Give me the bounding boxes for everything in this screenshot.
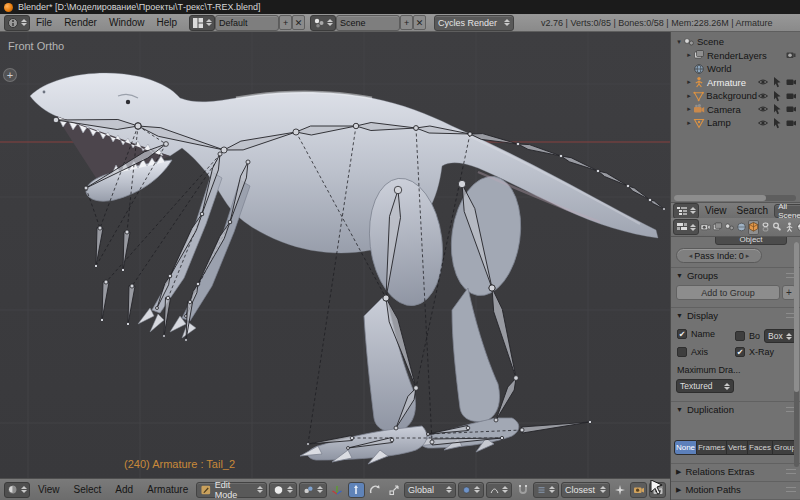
outliner-row-camera[interactable]: ▸ Camera: [675, 103, 800, 117]
snap-peel-button[interactable]: [612, 482, 629, 498]
screen-layout-icon-button[interactable]: [189, 15, 215, 31]
selectability-cursor-icon[interactable]: [771, 76, 783, 88]
outliner-view-menu[interactable]: View: [701, 205, 731, 216]
visibility-eye-icon[interactable]: [757, 103, 769, 115]
panel-grip-icon[interactable]: [786, 487, 796, 492]
screen-layout-field[interactable]: Default: [215, 15, 279, 31]
selectability-cursor-icon[interactable]: [771, 103, 783, 115]
tab-scene[interactable]: [724, 220, 735, 235]
outliner-row-scene[interactable]: ▾ Scene: [675, 35, 800, 49]
outliner-item-label[interactable]: RenderLayers: [707, 50, 767, 61]
outliner-row-armature[interactable]: ▸ Armature: [675, 76, 800, 90]
opengl-render-button[interactable]: [630, 482, 647, 498]
disclosure-triangle-icon[interactable]: ▸: [685, 51, 693, 59]
snap-target-dropdown[interactable]: Closest: [561, 482, 610, 498]
draw-type-dropdown[interactable]: Textured: [676, 379, 734, 393]
scale-manipulator-button[interactable]: [385, 482, 402, 498]
outliner-horizontal-scrollbar[interactable]: [674, 195, 796, 201]
outliner-row-lamp[interactable]: ▸ Lamp: [675, 116, 800, 130]
tab-object[interactable]: [748, 220, 759, 235]
editor-type-selector[interactable]: [4, 15, 30, 31]
manipulator-toggle-button[interactable]: [329, 482, 346, 498]
disclosure-triangle-icon[interactable]: ▸: [685, 105, 693, 113]
relations-extras-panel-header[interactable]: ▶ Relations Extras: [671, 463, 800, 479]
visibility-eye-icon[interactable]: [757, 76, 769, 88]
transform-orientation-dropdown[interactable]: Global: [404, 482, 456, 498]
renderability-camera-icon[interactable]: [785, 103, 797, 115]
tab-material[interactable]: [796, 220, 800, 235]
disclosure-triangle-icon[interactable]: ▾: [675, 38, 683, 46]
visibility-eye-icon[interactable]: [757, 117, 769, 129]
selectability-cursor-icon[interactable]: [771, 117, 783, 129]
disclosure-triangle-icon[interactable]: ▸: [685, 119, 693, 127]
outliner-item-label[interactable]: Camera: [707, 104, 741, 115]
scene-selector-icon-button[interactable]: [310, 15, 336, 31]
outliner-editor-type-button[interactable]: [673, 203, 699, 219]
checkbox-unchecked-icon[interactable]: [677, 347, 687, 357]
select-menu[interactable]: Select: [68, 484, 108, 495]
armature-menu[interactable]: Armature: [141, 484, 194, 495]
menu-window[interactable]: Window: [103, 17, 151, 28]
menu-render[interactable]: Render: [58, 17, 103, 28]
renderability-camera-icon[interactable]: [785, 90, 797, 102]
bounds-type-dropdown[interactable]: Box: [764, 329, 796, 343]
slider-left-arrow-icon[interactable]: ◂: [689, 252, 693, 260]
renderability-camera-icon[interactable]: [785, 76, 797, 88]
tab-render-layers[interactable]: [712, 220, 723, 235]
display-bounds-checkbox-row[interactable]: Bo Box: [735, 329, 796, 343]
slider-right-arrow-icon[interactable]: ▸: [746, 252, 750, 260]
outliner-item-label[interactable]: Background: [706, 90, 757, 101]
render-engine-dropdown[interactable]: Cycles Render: [434, 15, 514, 31]
disclosure-triangle-icon[interactable]: ▸: [685, 78, 693, 86]
outliner-row-renderlayers[interactable]: ▸ RenderLayers: [675, 49, 800, 63]
groups-panel-header[interactable]: ▼ Groups: [671, 267, 800, 283]
visibility-eye-icon[interactable]: [757, 90, 769, 102]
checkbox-checked-icon[interactable]: ✔: [677, 329, 687, 339]
tab-constraints[interactable]: [760, 220, 771, 235]
checkbox-checked-icon[interactable]: ✔: [735, 347, 745, 357]
display-xray-checkbox-row[interactable]: ✔ X-Ray: [735, 347, 774, 357]
disclosure-triangle-icon[interactable]: ▸: [685, 92, 693, 100]
viewport-shading-dropdown[interactable]: [269, 482, 297, 498]
outliner-row-background[interactable]: ▸ Background: [675, 89, 800, 103]
selectability-cursor-icon[interactable]: [771, 90, 783, 102]
snap-element-dropdown[interactable]: [533, 482, 559, 498]
display-axis-checkbox-row[interactable]: Axis: [677, 347, 708, 357]
viewport-3d[interactable]: Front Ortho + (240) Armature : Tail_2: [0, 32, 670, 478]
falloff-dropdown[interactable]: [486, 482, 512, 498]
display-name-checkbox-row[interactable]: ✔ Name: [677, 329, 715, 339]
snap-toggle-button[interactable]: [514, 482, 531, 498]
menu-file[interactable]: File: [30, 17, 58, 28]
render-toggle-icon[interactable]: [785, 49, 797, 61]
duplication-option-none[interactable]: None: [674, 440, 697, 455]
add-to-group-button[interactable]: Add to Group: [676, 285, 780, 300]
tab-modifiers[interactable]: [772, 220, 783, 235]
add-menu[interactable]: Add: [109, 484, 139, 495]
tab-object-data[interactable]: [784, 220, 795, 235]
motion-paths-panel-header[interactable]: ▶ Motion Paths: [671, 481, 800, 497]
menu-help[interactable]: Help: [151, 17, 184, 28]
properties-editor-type-button[interactable]: [673, 219, 699, 235]
rotate-manipulator-button[interactable]: [367, 482, 384, 498]
panel-grip-icon[interactable]: [786, 469, 796, 474]
display-panel-header[interactable]: ▼ Display: [671, 307, 800, 323]
outliner-item-label[interactable]: Armature: [707, 77, 746, 88]
checkbox-unchecked-icon[interactable]: [735, 331, 745, 341]
outliner-display-filter-dropdown[interactable]: All Scenes: [774, 204, 800, 218]
pivot-point-dropdown[interactable]: [299, 482, 327, 498]
translate-manipulator-button[interactable]: [348, 482, 365, 498]
tab-render[interactable]: [700, 220, 711, 235]
add-layout-button[interactable]: +: [279, 15, 292, 30]
outliner-item-label[interactable]: Scene: [697, 36, 724, 47]
renderability-camera-icon[interactable]: [785, 117, 797, 129]
duplication-panel-header[interactable]: ▼ Duplication: [671, 401, 800, 417]
outliner-item-label[interactable]: Lamp: [707, 117, 731, 128]
outliner-row-world[interactable]: World: [675, 62, 800, 76]
properties-vertical-scrollbar[interactable]: [794, 242, 799, 467]
toolshelf-expand-button[interactable]: +: [3, 68, 17, 82]
scene-name-field[interactable]: Scene: [336, 15, 400, 31]
mode-dropdown[interactable]: Edit Mode: [196, 482, 267, 498]
duplication-option-faces[interactable]: Faces: [748, 440, 773, 455]
add-scene-button[interactable]: +: [400, 15, 413, 30]
view-menu[interactable]: View: [32, 484, 66, 495]
